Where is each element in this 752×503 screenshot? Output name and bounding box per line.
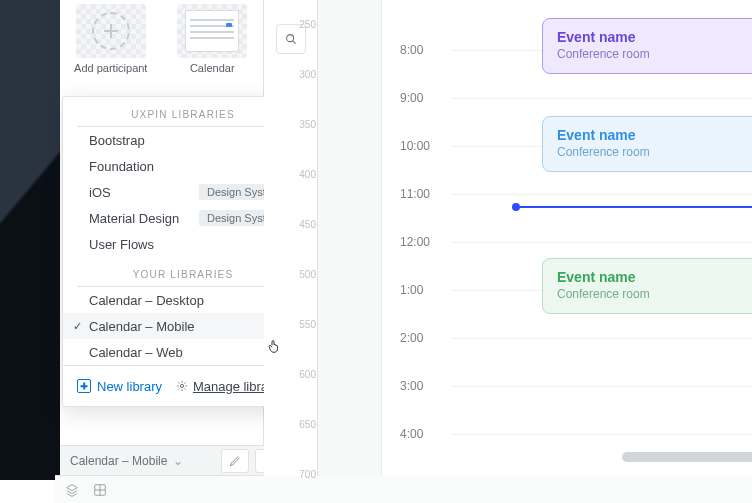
ruler-tick: 300 — [299, 69, 316, 80]
editor-footer — [55, 475, 752, 503]
ruler-tick: 700 — [299, 469, 316, 480]
layers-icon — [65, 483, 79, 497]
asset-tile-add-participant[interactable]: Add participant — [60, 0, 162, 74]
layers-button[interactable] — [61, 480, 83, 500]
vertical-ruler-column: 250300350400450500550600650700 — [264, 0, 318, 476]
hour-label: 3:00 — [400, 379, 423, 393]
event-title: Event name — [557, 29, 752, 45]
library-item-label: iOS — [89, 185, 199, 200]
ruler-tick: 400 — [299, 169, 316, 180]
chevron-down-icon[interactable]: ⌄ — [173, 454, 183, 468]
gear-icon — [176, 380, 188, 392]
hour-gridline — [452, 194, 752, 195]
library-selector[interactable]: Calendar – Mobile — [60, 454, 173, 468]
ruler-tick: 350 — [299, 119, 316, 130]
ruler-tick: 600 — [299, 369, 316, 380]
hour-gridline — [452, 242, 752, 243]
hour-label: 9:00 — [400, 91, 423, 105]
svg-point-0 — [180, 384, 183, 387]
hour-label: 8:00 — [400, 43, 423, 57]
library-item-label: Calendar – Desktop — [89, 293, 289, 308]
ruler-tick: 500 — [299, 269, 316, 280]
ruler-tick: 550 — [299, 319, 316, 330]
desktop-wallpaper — [0, 0, 60, 480]
hour-gridline — [452, 434, 752, 435]
library-item-label: Material Design — [89, 211, 199, 226]
hour-label: 10:00 — [400, 139, 430, 153]
hour-gridline — [452, 338, 752, 339]
event-room: Conference room — [557, 287, 752, 301]
grid-icon — [93, 483, 107, 497]
scrollbar-thumb[interactable] — [622, 452, 752, 462]
calendar-event[interactable]: Event nameConference room — [542, 258, 752, 314]
grid-button[interactable] — [89, 480, 111, 500]
event-room: Conference room — [557, 47, 752, 61]
event-title: Event name — [557, 127, 752, 143]
library-item-label: Calendar – Web — [89, 345, 289, 360]
hour-label: 12:00 — [400, 235, 430, 249]
ruler-tick: 450 — [299, 219, 316, 230]
asset-tile-calendar[interactable]: Calendar — [162, 0, 264, 74]
library-item-label: Bootstrap — [89, 133, 289, 148]
event-room: Conference room — [557, 145, 752, 159]
hour-gridline — [452, 386, 752, 387]
plus-box-icon — [77, 379, 91, 393]
library-item-label: User Flows — [89, 237, 289, 252]
calendar-event[interactable]: Event nameConference room — [542, 18, 752, 74]
asset-tile-label: Add participant — [60, 62, 162, 74]
edit-library-button[interactable] — [221, 449, 249, 473]
hour-label: 4:00 — [400, 427, 423, 441]
pencil-icon — [229, 455, 241, 467]
ruler-tick: 650 — [299, 419, 316, 430]
calendar-event[interactable]: Event nameConference room — [542, 116, 752, 172]
hour-label: 2:00 — [400, 331, 423, 345]
new-library-label: New library — [97, 379, 162, 394]
hour-label: 11:00 — [400, 187, 430, 201]
library-item-label: Foundation — [89, 159, 289, 174]
design-canvas[interactable]: 8:009:0010:0011:0012:001:002:003:004:00E… — [318, 0, 752, 476]
hour-label: 1:00 — [400, 283, 423, 297]
calendar-thumb-icon — [185, 10, 239, 52]
asset-tile-label: Calendar — [162, 62, 264, 74]
hour-gridline — [452, 98, 752, 99]
current-time-indicator — [512, 206, 752, 208]
new-library-link[interactable]: New library — [77, 379, 162, 394]
calendar-artboard[interactable]: 8:009:0010:0011:0012:001:002:003:004:00E… — [382, 0, 752, 476]
library-item-label: Calendar – Mobile — [89, 319, 289, 334]
event-title: Event name — [557, 269, 752, 285]
check-icon: ✓ — [73, 320, 82, 333]
plus-icon — [92, 12, 130, 50]
ruler-tick: 250 — [299, 19, 316, 30]
